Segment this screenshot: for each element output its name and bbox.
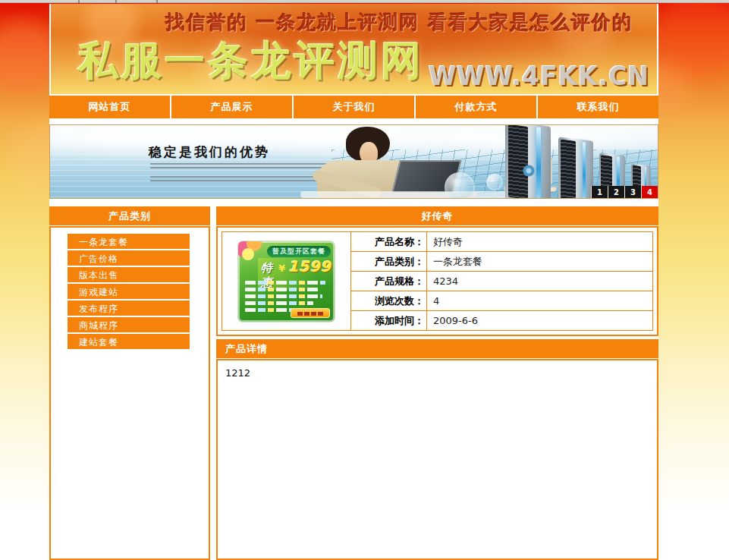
field-value: 好传奇 [427, 232, 653, 252]
nav-item-contact[interactable]: 联系我们 [538, 96, 658, 118]
field-label: 产品规格： [351, 272, 427, 291]
field-label: 产品类别： [351, 252, 427, 272]
browser-edge-strip [0, 0, 729, 3]
sidebar-item-ad-price[interactable]: 广告价格 [68, 250, 190, 267]
banner-desk-art [300, 191, 528, 198]
strip-tick [78, 0, 80, 3]
field-value: 4 [427, 291, 653, 311]
main-nav: 网站首页 产品展示 关于我们 付款方式 联系我们 [49, 96, 658, 118]
sidebar-item-site-package[interactable]: 建站套餐 [68, 334, 190, 351]
page: 找信誉的 一条龙就上评测网 看看大家是怎么评价的 私服一条龙评测网 WWW.4F… [0, 0, 729, 560]
sidebar-item-release-program[interactable]: 发布程序 [68, 300, 190, 317]
field-value: 4234 [427, 272, 653, 291]
table-row: 普及型开区套餐 特惠 ¥ 1599 [222, 232, 653, 252]
field-value: 2009-6-6 [427, 311, 653, 331]
strip-tick [115, 0, 117, 3]
banner-headline: 稳定是我们的优势 [149, 143, 270, 161]
promo-badge: 普及型开区套餐 [267, 246, 331, 257]
site-header-banner: 找信誉的 一条龙就上评测网 看看大家是怎么评价的 私服一条龙评测网 WWW.4F… [49, 4, 658, 94]
slideshow-banner: 稳定是我们的优势 1 2 3 4 [49, 124, 658, 199]
pager-button-3[interactable]: 3 [624, 186, 641, 198]
product-details-title: 产品详情 [216, 339, 658, 358]
product-promo-image[interactable]: 普及型开区套餐 特惠 ¥ 1599 [238, 241, 335, 322]
main-panel: 好传奇 普及型开区套餐 特惠 ¥ 1 [216, 206, 658, 560]
nav-item-home[interactable]: 网站首页 [49, 96, 171, 118]
promo-button-art [291, 308, 330, 318]
sidebar-menu-box: 一条龙套餐 广告价格 版本出售 游戏建站 发布程序 商城程序 建站套餐 [49, 226, 210, 560]
pager-button-1[interactable]: 1 [591, 186, 608, 198]
sidebar-item-version-sale[interactable]: 版本出售 [68, 267, 190, 284]
sidebar-item-mall-program[interactable]: 商城程序 [68, 317, 190, 334]
product-image-cell: 普及型开区套餐 特惠 ¥ 1599 [222, 232, 351, 331]
product-details-content: 1212 [216, 359, 658, 560]
field-label: 产品名称： [351, 232, 427, 252]
banner-sphere-art [486, 174, 503, 190]
site-column: 找信誉的 一条龙就上评测网 看看大家是怎么评价的 私服一条龙评测网 WWW.4F… [49, 4, 658, 560]
sidebar-item-dragon-package[interactable]: 一条龙套餐 [68, 234, 190, 250]
promo-price: 1599 [288, 258, 332, 275]
sidebar: 产品类别 一条龙套餐 广告价格 版本出售 游戏建站 发布程序 商城程序 建站套餐 [49, 206, 210, 560]
nav-item-products[interactable]: 产品展示 [171, 96, 294, 118]
product-info-table: 普及型开区套餐 特惠 ¥ 1599 [222, 231, 653, 331]
promo-currency: ¥ [278, 263, 285, 274]
header-tagline: 找信誉的 一条龙就上评测网 看看大家是怎么评价的 [148, 10, 651, 35]
field-value: 一条龙套餐 [427, 252, 653, 272]
field-label: 添加时间： [351, 311, 427, 331]
pager-button-2[interactable]: 2 [608, 186, 624, 198]
pager-button-4-active[interactable]: 4 [641, 186, 658, 198]
sidebar-title: 产品类别 [49, 206, 210, 225]
nav-item-payment[interactable]: 付款方式 [416, 96, 538, 118]
sidebar-item-game-site[interactable]: 游戏建站 [68, 284, 190, 300]
field-label: 浏览次数： [351, 291, 427, 311]
nav-item-about[interactable]: 关于我们 [294, 96, 416, 118]
product-info-box: 普及型开区套餐 特惠 ¥ 1599 [216, 226, 658, 336]
strip-tick [156, 0, 158, 3]
site-url: WWW.4FKK.CN [429, 61, 649, 91]
site-title: 私服一条龙评测网 [78, 34, 424, 89]
slideshow-pager: 1 2 3 4 [591, 186, 658, 198]
banner-sphere-art [445, 172, 475, 199]
product-title: 好传奇 [216, 206, 658, 225]
content-row: 产品类别 一条龙套餐 广告价格 版本出售 游戏建站 发布程序 商城程序 建站套餐… [49, 206, 658, 560]
